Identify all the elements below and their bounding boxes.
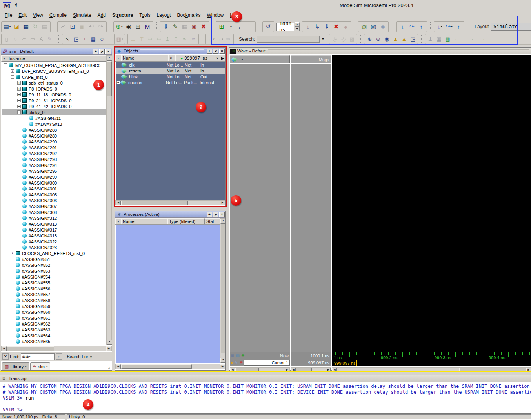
tree-expander[interactable]: +: [17, 93, 21, 96]
processes-name-column-header[interactable]: Name: [121, 218, 167, 224]
zoom-range-mode-button[interactable]: ◳: [72, 35, 80, 43]
find-close-button[interactable]: ✕: [2, 353, 9, 360]
wave-panel-grips[interactable]: [268, 49, 529, 53]
processes-type-column-header[interactable]: Type (filtered): [167, 218, 205, 224]
open-file-button[interactable]: ◪: [12, 22, 21, 31]
tree-item--assign-306[interactable]: #ASSIGN#306: [2, 197, 106, 203]
redo-button[interactable]: ↷: [96, 22, 105, 31]
print-button[interactable]: ▤: [40, 22, 49, 31]
tree-item--assign-301[interactable]: #ASSIGN#301: [2, 186, 106, 192]
processes-horizontal-scrollbar[interactable]: ◀ ▶: [115, 364, 225, 369]
tree-item--assign-308[interactable]: #ASSIGN#308: [2, 209, 106, 215]
simulate-button[interactable]: ◉: [189, 22, 199, 31]
processes-panel-header[interactable]: ✱ Processes (Active) + ⬈ ✕: [115, 211, 225, 218]
tree-item--assign-318[interactable]: #ASSIGN#318: [2, 233, 106, 239]
simulate-break-button[interactable]: ✖: [199, 22, 208, 31]
wave-mirror-button[interactable]: ≈: [189, 35, 198, 43]
tree-expander[interactable]: +: [17, 99, 21, 102]
tree-item--assign-291[interactable]: #ASSIGN#291: [2, 145, 106, 150]
tree-expander[interactable]: +: [11, 252, 14, 255]
new-file-button[interactable]: ▤▾: [2, 22, 12, 31]
wave-compress-button[interactable]: ↧: [172, 35, 180, 43]
wave-values-column[interactable]: [291, 64, 331, 352]
sim-horizontal-scrollbar[interactable]: ◀ ▶: [1, 346, 112, 351]
tree-item--assign-288[interactable]: #ASSIGN#288: [2, 127, 106, 133]
measure-mode-button[interactable]: ◇: [98, 35, 106, 43]
tree-item-p9-41-42-iopads-0[interactable]: +P9_41_42_IOPADS_0: [2, 103, 106, 109]
insert-pattern-dropdown-arrow[interactable]: ▾: [122, 38, 123, 41]
transcript-grips[interactable]: [30, 377, 529, 380]
modelsim-home-button[interactable]: M: [143, 22, 152, 31]
find-button[interactable]: ◉: [124, 22, 133, 31]
tab-overflow-button[interactable]: «: [107, 366, 112, 370]
cursor-name-box[interactable]: Cursor 1: [244, 360, 290, 366]
sim-panel-undock-button[interactable]: ⬈: [99, 49, 105, 54]
wave-names-header[interactable]: ▼: [230, 55, 290, 63]
tree-expander[interactable]: +: [11, 69, 14, 73]
add-button[interactable]: ⊕▾: [115, 22, 124, 31]
tree-expander[interactable]: −: [4, 63, 7, 67]
refresh-design-button[interactable]: ↻: [31, 22, 40, 31]
compile-order-button[interactable]: ⇓: [161, 22, 171, 31]
tree-item--assign-561[interactable]: #ASSIGN#561: [2, 315, 106, 321]
processes-panel-grips[interactable]: [162, 213, 204, 216]
tree-item--assign-295[interactable]: #ASSIGN#295: [2, 168, 106, 174]
tree-item--assign-11[interactable]: #ASSIGN#11: [2, 115, 106, 121]
menu-edit[interactable]: Edit: [15, 12, 30, 19]
tree-item--assign-563[interactable]: #ASSIGN#563: [2, 327, 106, 333]
cut-button[interactable]: ✂: [58, 22, 68, 31]
undo-button[interactable]: ↶: [87, 22, 96, 31]
tree-item--assign-562[interactable]: #ASSIGN#562: [2, 321, 106, 327]
select-all-button[interactable]: A: [37, 35, 45, 43]
select-point-button[interactable]: ▯: [2, 35, 11, 43]
tree-item--assign-560[interactable]: #ASSIGN#560: [2, 309, 106, 315]
tree-item--assign-290[interactable]: #ASSIGN#290: [2, 139, 106, 145]
wave-move-left-button[interactable]: ↤: [146, 35, 155, 43]
tree-item--assign-292[interactable]: #ASSIGN#292: [2, 150, 106, 156]
menu-structure[interactable]: Structure: [109, 12, 136, 19]
transcript-log[interactable]: # WARNING MY_CUSTOM_FPGA_DESIGN_AD1BB9C0…: [0, 382, 531, 413]
color-wave-button[interactable]: ✎: [45, 35, 54, 43]
find-binoculars-icon[interactable]: ◉◉: [21, 355, 29, 359]
tree-expander[interactable]: −: [17, 110, 21, 114]
sim-instance-column-header[interactable]: Instance: [7, 55, 106, 62]
tree-item--assign-564[interactable]: #ASSIGN#564: [2, 333, 106, 339]
select-ellipse-button[interactable]: ◌: [11, 35, 20, 43]
new-file-dropdown-arrow[interactable]: ▾: [9, 25, 11, 28]
paste-button[interactable]: ▣: [77, 22, 87, 31]
sim-panel-header[interactable]: 🗗 sim - Default + ⬈ ✕: [1, 48, 112, 55]
tree-item--assign-559[interactable]: #ASSIGN#559: [2, 303, 106, 309]
add-dropdown-arrow[interactable]: ▾: [121, 25, 123, 28]
expand-hierarchy-button[interactable]: ⊞: [133, 22, 143, 31]
tree-item--assign-565[interactable]: #ASSIGN#565: [2, 339, 106, 344]
cursor-delete-icon[interactable]: ⊖: [239, 360, 242, 365]
wave-timeline-ruler[interactable]: 1 ns999.2 ns999.3 ns999.4 ns: [332, 352, 531, 360]
insert-pattern-button[interactable]: ▩▾: [115, 35, 124, 43]
search-for-dropdown[interactable]: Search For ▼: [67, 354, 92, 359]
tree-item--assign-289[interactable]: #ASSIGN#289: [2, 133, 106, 139]
tree-item-clocks-and-resets-inst-0[interactable]: +CLOCKS_AND_RESETS_inst_0: [2, 250, 106, 256]
cursor-time-box[interactable]: 999.097 ns: [333, 360, 357, 366]
sim-panel-add-button[interactable]: +: [93, 49, 98, 54]
tree-item--assign-305[interactable]: #ASSIGN#305: [2, 192, 106, 197]
menu-layout[interactable]: Layout: [153, 12, 174, 19]
processes-panel-add-button[interactable]: +: [207, 212, 212, 217]
edit-mode-button[interactable]: ▦: [89, 35, 98, 43]
menu-tools[interactable]: Tools: [136, 12, 153, 19]
wave-insert-button[interactable]: ⊤: [137, 35, 146, 43]
wave-invert-button[interactable]: ∿: [180, 35, 189, 43]
wave-values-header[interactable]: Msgs: [291, 55, 331, 63]
sim-panel-close-button[interactable]: ✕: [105, 49, 111, 54]
tree-item--always-13[interactable]: #ALWAYS#13: [2, 121, 106, 127]
cursor-mode-button[interactable]: ↖: [63, 35, 72, 43]
tree-item--assign-555[interactable]: #ASSIGN#555: [2, 280, 106, 286]
tree-item-blinky-0[interactable]: −blinky_0: [2, 109, 106, 115]
menu-view[interactable]: View: [30, 12, 46, 19]
copy-button[interactable]: ⊡: [68, 22, 77, 31]
tree-item-cape-inst-0[interactable]: −CAPE_inst_0: [2, 74, 106, 80]
menu-bookmarks[interactable]: Bookmarks: [174, 12, 204, 19]
wave-add-icon[interactable]: ⊕: [241, 353, 244, 358]
save-button[interactable]: ▦: [21, 22, 31, 31]
tree-item--assign-313[interactable]: #ASSIGN#313: [2, 221, 106, 227]
select-rect-button[interactable]: ▭: [28, 35, 37, 43]
